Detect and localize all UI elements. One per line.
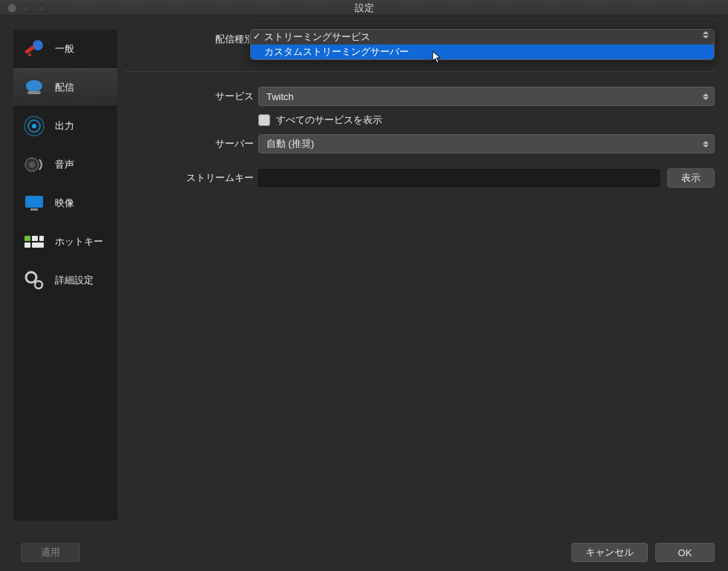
service-label: サービス — [125, 90, 258, 103]
broadcast-icon — [21, 113, 47, 139]
streamkey-input[interactable] — [258, 169, 660, 187]
sidebar-item-advanced[interactable]: 詳細設定 — [13, 261, 117, 300]
ok-button-label: OK — [678, 547, 692, 558]
stream-type-label: 配信種別 — [125, 33, 258, 46]
svg-rect-4 — [27, 91, 41, 94]
globe-icon — [21, 74, 47, 101]
server-select[interactable]: 自動 (推奨) — [258, 134, 715, 154]
dropdown-option-label: ストリーミングサービス — [264, 30, 370, 44]
svg-point-9 — [29, 162, 35, 168]
keyboard-icon — [21, 228, 47, 255]
show-all-services-checkbox[interactable] — [258, 114, 270, 126]
svg-rect-10 — [25, 196, 43, 208]
svg-point-0 — [33, 40, 43, 50]
svg-rect-12 — [24, 236, 30, 241]
svg-rect-16 — [32, 242, 44, 248]
sidebar-item-label: ホットキー — [55, 235, 103, 248]
select-stepper-icon — [701, 90, 711, 103]
svg-rect-11 — [30, 208, 38, 211]
gears-icon — [21, 267, 47, 294]
content-area: 一般 配信 出力 — [0, 16, 728, 534]
stream-type-dropdown[interactable]: ✓ ストリーミングサービス カスタムストリーミングサーバー — [250, 29, 715, 60]
select-stepper-icon — [701, 137, 711, 151]
sidebar-item-label: 一般 — [55, 42, 74, 56]
show-streamkey-button[interactable]: 表示 — [667, 168, 715, 188]
svg-point-17 — [26, 272, 36, 283]
sidebar-item-label: 音声 — [55, 158, 74, 171]
select-stepper-icon — [701, 31, 711, 39]
sidebar-item-audio[interactable]: 音声 — [13, 145, 117, 184]
sidebar-item-general[interactable]: 一般 — [13, 30, 117, 68]
svg-point-18 — [35, 281, 42, 288]
sidebar-item-output[interactable]: 出力 — [13, 107, 117, 145]
svg-point-2 — [28, 53, 31, 56]
service-select[interactable]: Twitch — [258, 87, 715, 106]
speaker-icon — [21, 151, 47, 178]
svg-rect-1 — [24, 45, 35, 54]
check-icon: ✓ — [253, 31, 260, 42]
cancel-button-label: キャンセル — [586, 546, 634, 559]
dropdown-option-streaming-service[interactable]: ✓ ストリーミングサービス — [251, 30, 714, 44]
svg-rect-15 — [24, 242, 30, 248]
divider — [125, 71, 715, 72]
apply-button-label: 適用 — [41, 546, 60, 559]
server-label: サーバー — [125, 137, 258, 151]
svg-point-5 — [32, 124, 36, 128]
settings-sidebar: 一般 配信 出力 — [13, 30, 117, 521]
svg-rect-14 — [39, 236, 44, 241]
monitor-icon — [21, 190, 47, 217]
sidebar-item-label: 詳細設定 — [55, 274, 94, 287]
apply-button[interactable]: 適用 — [21, 543, 80, 562]
sidebar-item-label: 映像 — [55, 197, 74, 210]
server-value: 自動 (推奨) — [266, 137, 314, 151]
wrench-icon — [21, 36, 47, 62]
service-value: Twitch — [266, 91, 294, 102]
svg-point-3 — [26, 80, 42, 92]
titlebar: 設定 — [0, 0, 728, 16]
sidebar-item-video[interactable]: 映像 — [13, 184, 117, 222]
streamkey-label: ストリームキー — [125, 171, 258, 185]
sidebar-item-label: 配信 — [55, 81, 74, 94]
dropdown-option-custom-server[interactable]: カスタムストリーミングサーバー — [251, 44, 714, 59]
show-button-label: 表示 — [681, 171, 701, 185]
footer: 適用 キャンセル OK — [0, 534, 728, 571]
sidebar-item-hotkeys[interactable]: ホットキー — [13, 222, 117, 261]
window-title: 設定 — [0, 1, 728, 15]
ok-button[interactable]: OK — [655, 543, 715, 562]
settings-panel: 配信種別 ✓ ストリーミングサービス カスタムストリーミングサーバー — [117, 16, 728, 534]
cancel-button[interactable]: キャンセル — [571, 543, 648, 562]
svg-rect-13 — [32, 236, 38, 241]
show-all-services-label: すべてのサービスを表示 — [276, 113, 382, 127]
dropdown-option-label: カスタムストリーミングサーバー — [264, 45, 409, 59]
sidebar-item-label: 出力 — [55, 119, 74, 133]
sidebar-item-stream[interactable]: 配信 — [13, 68, 117, 107]
